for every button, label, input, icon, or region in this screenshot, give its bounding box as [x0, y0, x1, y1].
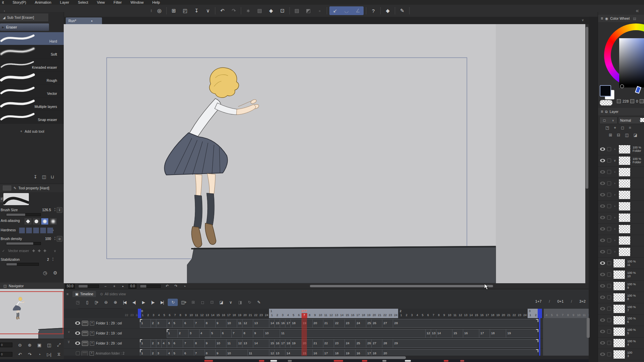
- tracks-up-chevron[interactable]: ∨: [68, 330, 70, 334]
- thumb-settings-icon[interactable]: ◳: [74, 299, 81, 306]
- ruler-frame[interactable]: 16: [479, 313, 485, 317]
- ruler-frame[interactable]: 10: [188, 313, 194, 317]
- timer-icon[interactable]: ◷: [43, 270, 47, 276]
- zoom-out-icon[interactable]: ⊖: [102, 299, 109, 306]
- expand-plus-icon[interactable]: +: [90, 331, 94, 336]
- nav-flip-h-icon[interactable]: ▷|: [44, 352, 54, 357]
- ruler-frame[interactable]: 8: [436, 313, 442, 317]
- ruler-frame[interactable]: 13: [334, 313, 339, 317]
- cel[interactable]: 14: [253, 340, 258, 348]
- opacity-slider-cut[interactable]: [640, 118, 644, 122]
- blend-mode-dropdown[interactable]: Normal ∨: [618, 117, 643, 124]
- expand-plus-icon[interactable]: +: [90, 341, 94, 346]
- cel[interactable]: 19: [506, 329, 511, 338]
- nav-zoom-out-icon[interactable]: ⊖: [15, 343, 25, 348]
- layer-expand-arrow[interactable]: ›: [613, 182, 616, 185]
- cel[interactable]: 14: [269, 319, 274, 327]
- ruler-frame[interactable]: 24: [393, 313, 398, 317]
- ruler-frame[interactable]: 9: [441, 313, 447, 317]
- ruler-frame[interactable]: 22: [382, 313, 388, 317]
- layer-row[interactable]: 100 %10: [598, 269, 644, 281]
- clear-icon[interactable]: ∗: [243, 6, 254, 15]
- ruler-frame[interactable]: 5: [290, 313, 296, 317]
- anti-aliasing-option-3[interactable]: [49, 218, 57, 225]
- gradient-icon[interactable]: ◆: [382, 6, 393, 15]
- clip-icon[interactable]: ◳: [605, 125, 609, 130]
- transfer-icon[interactable]: ◫: [625, 133, 629, 137]
- fill-icon[interactable]: ◆: [265, 6, 277, 15]
- layer-checkbox[interactable]: [607, 159, 611, 163]
- layer-row[interactable]: 100 %9: [598, 280, 644, 292]
- ruler-frame[interactable]: 15: [474, 313, 479, 317]
- cel[interactable]: 7: [194, 319, 197, 327]
- cel[interactable]: 6: [183, 319, 186, 327]
- timeline-tab-timeline[interactable]: ▣Timeline: [72, 291, 96, 297]
- canvas-vscrollbar[interactable]: [585, 24, 589, 283]
- layer-row[interactable]: 100 %7: [598, 303, 644, 315]
- snap-special-icon[interactable]: ∠: [352, 6, 364, 15]
- track-label[interactable]: +Folder 3 : 29 : cel: [64, 338, 150, 348]
- nav-rotate-left-icon[interactable]: ↶: [15, 352, 25, 357]
- timeline-vscrollbar[interactable]: [587, 318, 590, 338]
- subtool-group-eraser[interactable]: ▶ Eraser: [0, 23, 49, 31]
- ruler-frame[interactable]: 18: [231, 313, 237, 317]
- ruler-frame[interactable]: 20: [371, 313, 377, 317]
- layer-checkbox[interactable]: [607, 238, 611, 242]
- rotation-slider[interactable]: [140, 285, 161, 288]
- cel[interactable]: 10: [226, 319, 231, 327]
- cel[interactable]: 27: [382, 319, 387, 327]
- cel[interactable]: 17: [285, 319, 290, 327]
- layer-expand-arrow[interactable]: ›: [613, 227, 616, 231]
- hardness-step-2[interactable]: [33, 227, 39, 234]
- brush-item-rough[interactable]: Rough: [0, 71, 64, 84]
- cel[interactable]: 17: [479, 329, 484, 338]
- layer-eye-icon[interactable]: [600, 273, 605, 276]
- hardness-step-1[interactable]: [26, 227, 32, 234]
- brush-size-preset-button[interactable]: ↧: [57, 207, 62, 213]
- layer-eye-icon[interactable]: [600, 284, 605, 288]
- menu-item-view[interactable]: View: [97, 0, 105, 4]
- trash-icon[interactable]: ⊔: [51, 174, 54, 179]
- navigator-preview[interactable]: [0, 289, 64, 339]
- cel[interactable]: 4: [199, 329, 202, 338]
- range-end-marker[interactable]: [538, 309, 542, 318]
- layer-thumbnail[interactable]: [619, 236, 631, 245]
- timeline-ruler[interactable]: 2223240123456789101112131415161718192021…: [64, 309, 590, 318]
- ruler-frame[interactable]: 6: [167, 313, 172, 317]
- timeline-menu-icon[interactable]: ≡: [64, 292, 71, 296]
- snap-ruler-icon[interactable]: ↙: [329, 6, 341, 15]
- stabilization-value[interactable]: 2: [47, 257, 49, 261]
- cel[interactable]: 17: [280, 340, 285, 348]
- layer-thumbnail[interactable]: [613, 259, 625, 268]
- import-icon[interactable]: ↧: [34, 174, 37, 179]
- ruler-frame[interactable]: 17: [484, 313, 490, 317]
- cel[interactable]: 23: [334, 340, 339, 348]
- cel[interactable]: 11: [280, 329, 284, 338]
- brush-density-stepper[interactable]: ∧∨: [54, 236, 56, 240]
- new-cel-icon[interactable]: ◫+: [180, 299, 187, 306]
- ruler-frame[interactable]: 18: [490, 313, 495, 317]
- layer-checkbox[interactable]: [607, 147, 611, 151]
- ruler-frame[interactable]: 11: [452, 313, 458, 317]
- cel[interactable]: 8: [242, 329, 245, 338]
- brush-size-value[interactable]: 126.5: [42, 208, 51, 212]
- layer-thumbnail[interactable]: [613, 350, 625, 359]
- ruler-frame[interactable]: 3: [280, 313, 285, 317]
- cel[interactable]: 18: [290, 319, 296, 327]
- layer-checkbox[interactable]: [607, 261, 611, 265]
- menu-item-storyp[interactable]: Story(P): [13, 0, 26, 4]
- navigator-rotate-chip[interactable]: 0: [0, 352, 12, 357]
- transparent-color-chip[interactable]: [600, 100, 612, 106]
- cel[interactable]: 8: [194, 340, 197, 348]
- prev-frame-icon[interactable]: ◀|: [130, 299, 138, 306]
- layer-eye-icon[interactable]: [600, 318, 605, 322]
- layer-row[interactable]: 100 %6: [598, 314, 644, 326]
- layer-checkbox[interactable]: [607, 307, 611, 311]
- new-folder-icon[interactable]: ⊟: [617, 133, 620, 137]
- cel[interactable]: 22: [323, 340, 328, 348]
- cel[interactable]: 7: [183, 340, 186, 348]
- ruler-frame[interactable]: 15: [215, 313, 221, 317]
- cel[interactable]: 9: [205, 340, 208, 348]
- brush-size-slider[interactable]: [6, 213, 41, 216]
- ruler-frame[interactable]: 6: [296, 313, 302, 317]
